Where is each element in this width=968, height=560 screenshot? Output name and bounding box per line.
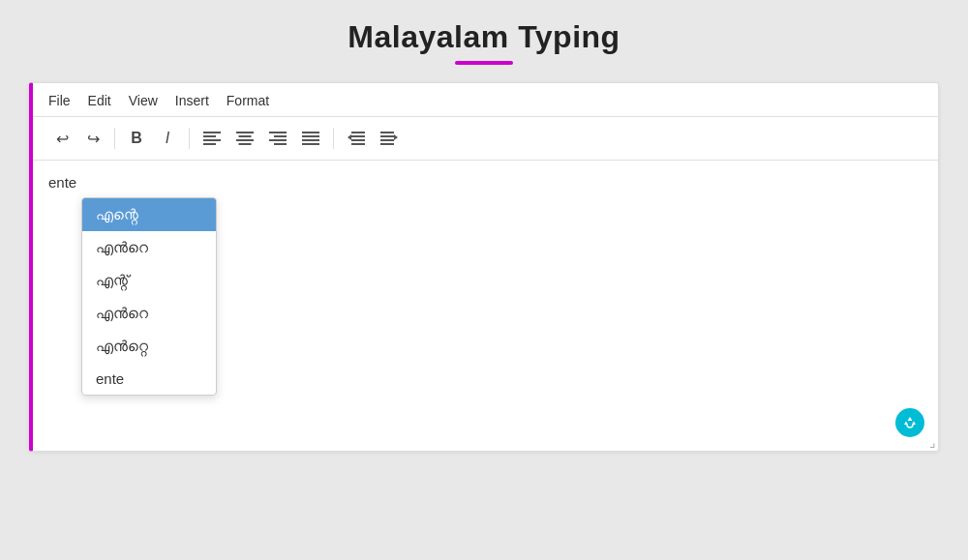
editor-typed-text: ente — [48, 174, 923, 191]
menu-view[interactable]: View — [129, 93, 158, 108]
editor-wrapper: File Edit View Insert Format ↩ ↪ B I — [29, 82, 939, 452]
outdent-button[interactable] — [342, 125, 371, 152]
svg-rect-6 — [236, 139, 254, 141]
resize-handle[interactable]: ⌟ — [929, 435, 936, 449]
svg-rect-11 — [274, 143, 287, 145]
svg-rect-16 — [351, 132, 365, 133]
indent-button[interactable] — [375, 125, 404, 152]
undo-button[interactable]: ↩ — [48, 125, 76, 152]
menu-insert[interactable]: Insert — [175, 93, 209, 108]
align-justify-button[interactable] — [296, 125, 325, 152]
redo-button[interactable]: ↪ — [79, 125, 106, 152]
align-center-icon — [236, 132, 254, 145]
align-left-button[interactable] — [197, 125, 227, 152]
toolbar-separator-3 — [333, 128, 334, 149]
svg-marker-23 — [394, 134, 398, 140]
menu-file[interactable]: File — [48, 93, 71, 108]
svg-rect-9 — [274, 135, 287, 137]
menu-format[interactable]: Format — [227, 93, 269, 108]
svg-rect-20 — [351, 143, 365, 145]
title-underline — [455, 61, 513, 65]
svg-rect-0 — [203, 132, 221, 133]
recycle-button[interactable] — [895, 408, 924, 437]
svg-rect-25 — [380, 143, 394, 145]
outdent-icon — [348, 132, 365, 145]
italic-button[interactable]: I — [154, 125, 181, 152]
align-right-button[interactable] — [263, 125, 292, 152]
toolbar: ↩ ↪ B I — [33, 117, 938, 161]
svg-rect-2 — [203, 139, 221, 141]
svg-rect-24 — [380, 139, 394, 141]
svg-rect-4 — [236, 132, 254, 133]
svg-rect-17 — [351, 135, 365, 137]
align-center-button[interactable] — [230, 125, 259, 152]
page-title: Malayalam Typing — [348, 19, 620, 55]
svg-rect-14 — [302, 139, 319, 141]
svg-rect-10 — [269, 139, 287, 141]
suggestion-dropdown[interactable]: എന്റെ എൻറെ എന്റ് എന്‍റെ എന്‍റ്റെ ente — [81, 197, 217, 396]
suggestion-item-5[interactable]: ente — [82, 363, 216, 395]
suggestion-item-0[interactable]: എന്റെ — [82, 198, 216, 231]
svg-rect-5 — [239, 135, 252, 137]
svg-rect-15 — [302, 143, 319, 145]
svg-rect-12 — [302, 132, 319, 133]
svg-rect-22 — [380, 135, 394, 137]
suggestion-item-3[interactable]: എന്‍റെ — [82, 297, 216, 330]
svg-rect-3 — [203, 143, 216, 145]
svg-rect-1 — [203, 135, 216, 137]
editor-area[interactable]: ente എന്റെ എൻറെ എന്റ് എന്‍റെ എന്‍റ്റെ en… — [33, 161, 938, 451]
svg-rect-13 — [302, 135, 319, 137]
menu-edit[interactable]: Edit — [88, 93, 111, 108]
svg-rect-19 — [351, 139, 365, 141]
align-right-icon — [269, 132, 287, 145]
suggestion-item-4[interactable]: എന്‍റ്റെ — [82, 330, 216, 363]
menu-bar: File Edit View Insert Format — [33, 83, 938, 117]
svg-rect-7 — [239, 143, 252, 145]
align-left-icon — [203, 132, 221, 145]
svg-rect-21 — [380, 132, 394, 133]
indent-icon — [380, 132, 398, 145]
toolbar-separator-1 — [114, 128, 115, 149]
svg-rect-8 — [269, 132, 287, 133]
align-justify-icon — [302, 132, 319, 145]
toolbar-separator-2 — [189, 128, 190, 149]
recycle-icon — [902, 415, 918, 430]
bold-button[interactable]: B — [123, 125, 150, 152]
suggestion-item-2[interactable]: എന്റ് — [82, 264, 216, 297]
suggestion-item-1[interactable]: എൻറെ — [82, 231, 216, 264]
svg-marker-18 — [348, 134, 351, 140]
